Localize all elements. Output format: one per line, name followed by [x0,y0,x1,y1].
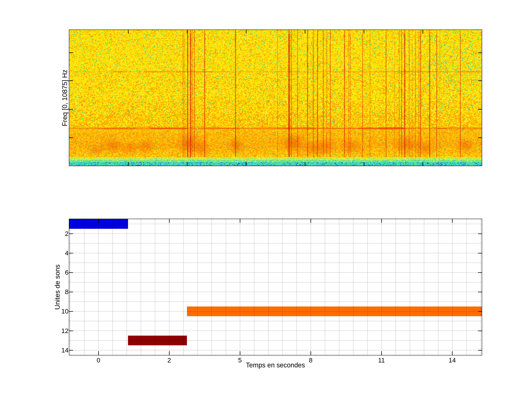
y-tick-label: 8 [52,288,69,296]
spectrogram-plot [69,30,482,166]
y-tick-label: 10 [52,307,69,315]
y-tick-label: 14 [52,346,69,354]
x-tick-label: 8 [309,356,312,364]
x-tick-label: 14 [449,356,456,364]
sound-units-canvas [69,219,482,355]
matlab-figure: { "figure": { "background": "#FFFFFF", "… [0,0,532,399]
x-tick-label: 11 [378,356,385,364]
y-tick-label: 2 [52,230,69,238]
sound-units-xlabel: Temps en secondes [246,361,305,369]
x-tick-label: 2 [167,356,171,364]
spectrogram-canvas [69,30,482,166]
x-tick-label: 5 [238,356,242,364]
sound-units-plot [69,219,482,355]
y-tick-label: 4 [52,249,69,257]
y-tick-label: 6 [52,268,69,277]
y-tick-label: 12 [52,327,69,335]
x-tick-label: 0 [97,356,100,364]
spectrogram-ylabel: Freq [0, 10875] Hz [61,70,69,126]
